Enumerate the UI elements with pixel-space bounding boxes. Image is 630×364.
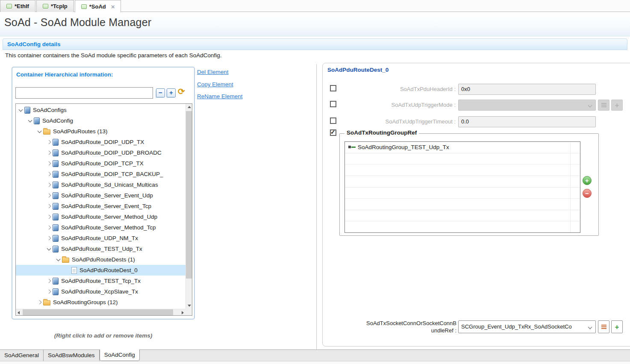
tree-item[interactable]: SoAdPduRoute_DOIP_TCP_TX — [16, 158, 185, 169]
tree-item-label: SoAdPduRoute_Server_Method_Udp — [61, 214, 159, 220]
remove-reference-button[interactable]: − — [583, 189, 592, 198]
chevron-collapsed-icon[interactable] — [46, 211, 53, 222]
tree-item-label: SoAdPduRoute_Server_Event_Udp — [61, 192, 155, 199]
tree-item-label: SoAdPduRoute_TEST_Udp_Tx — [61, 246, 144, 252]
folder-icon — [62, 258, 69, 263]
tree-item[interactable]: SoAdPduRoute_Server_Event_Udp — [16, 190, 185, 201]
routing-group-empty-row — [345, 199, 580, 210]
close-icon[interactable]: × — [111, 3, 115, 10]
horizontal-scrollbar[interactable] — [16, 309, 185, 315]
socket-conn-ref-label: SoAdTxSocketConnOrSocketConnBundleRef : — [365, 320, 456, 334]
routing-group-empty-row — [345, 153, 580, 165]
vertical-scrollbar[interactable] — [185, 104, 192, 309]
routing-group-empty-row — [345, 188, 580, 199]
chevron-collapsed-icon[interactable] — [46, 158, 53, 169]
chevron-expanded-icon[interactable] — [55, 254, 62, 265]
editor-tab-bar: *EthIf *TcpIp *SoAd × — [0, 0, 630, 12]
tree-item[interactable]: SoAdPduRoute_Server_Method_Tcp — [16, 222, 185, 233]
routing-group-legend: SoAdTxRoutingGroupRef — [344, 129, 419, 136]
plus-icon: + — [615, 102, 619, 109]
chevron-collapsed-icon[interactable] — [46, 179, 53, 190]
tree-item[interactable]: SoAdConfigs — [16, 105, 185, 115]
tree-item[interactable]: SoAdConfig — [16, 115, 185, 126]
tree-item[interactable]: SoAdPduRoute_DOIP_UDP_TX — [16, 137, 185, 147]
chevron-expanded-icon[interactable] — [36, 126, 43, 137]
detail-title: SoAdPduRouteDest_0 — [327, 67, 389, 73]
chevron-collapsed-icon[interactable] — [46, 233, 53, 244]
tree-item[interactable]: SoAdPduRoute_Server_Method_Udp — [16, 211, 185, 222]
tree-item[interactable]: SoAdPduRoute_DOIP_UDP_BROADC — [16, 147, 185, 158]
tree-item[interactable]: SoAdPduRouteDest_0 — [16, 265, 185, 276]
expand-all-button[interactable]: + — [167, 88, 176, 97]
tab-soad[interactable]: *SoAd × — [75, 0, 121, 12]
tree-item-label: SoAdConfig — [42, 117, 75, 124]
chevron-collapsed-icon[interactable] — [46, 137, 53, 147]
tab-label: *TcpIp — [51, 3, 68, 9]
module-icon — [53, 246, 59, 252]
udp-trigger-mode-checkbox[interactable] — [330, 101, 336, 107]
socket-conn-ref-add-button[interactable]: + — [611, 320, 623, 333]
chevron-expanded-icon[interactable] — [18, 105, 24, 115]
tab-soadbswmodules[interactable]: SoAdBswModules — [44, 350, 100, 361]
pdu-header-id-input[interactable]: 0x0 — [458, 84, 596, 95]
pdu-header-id-checkbox[interactable] — [330, 85, 336, 91]
add-reference-button[interactable]: + — [583, 176, 592, 185]
tree-item[interactable]: SoAdPduRoute_XcpSlave_Tx — [16, 286, 185, 297]
bottom-tab-bar: SoAdGeneral SoAdBswModules SoAdConfig — [0, 349, 630, 361]
scroll-down-icon[interactable] — [188, 305, 191, 307]
hierarchy-panel-title: Container Hierarchical information: — [16, 71, 113, 78]
tab-soadgeneral[interactable]: SoAdGeneral — [0, 350, 44, 361]
chevron-collapsed-icon[interactable] — [46, 276, 53, 286]
tree-item[interactable]: SoAdPduRoute_DOIP_TCP_BACKUP_ — [16, 169, 185, 179]
module-icon — [53, 171, 59, 178]
routing-group-ref-checkbox[interactable] — [330, 129, 336, 136]
rename-element-link[interactable]: ReName Element — [197, 93, 243, 100]
udp-trigger-timeout-checkbox[interactable] — [330, 117, 336, 124]
horizontal-scroll-thumb[interactable] — [23, 309, 173, 315]
scroll-right-icon[interactable] — [182, 311, 184, 314]
module-icon — [53, 203, 59, 210]
socket-conn-ref-list-button[interactable] — [598, 320, 609, 333]
chevron-collapsed-icon[interactable] — [46, 222, 53, 233]
tree-item[interactable]: SoAdPduRoutes (13) — [16, 126, 185, 137]
chevron-collapsed-icon[interactable] — [46, 147, 53, 158]
module-icon — [53, 278, 59, 285]
chevron-collapsed-icon[interactable] — [46, 201, 53, 211]
socket-conn-ref-select[interactable]: SCGroup_Event_Udp_TxRx_SoAdSocketCo — [458, 320, 596, 333]
tree-item[interactable]: SoAdRoutingGroups (12) — [16, 297, 185, 308]
scroll-left-icon[interactable] — [18, 311, 20, 314]
tab-tcpip[interactable]: *TcpIp — [36, 0, 74, 12]
tab-soadconfig[interactable]: SoAdConfig — [100, 349, 140, 361]
chevron-expanded-icon[interactable] — [27, 115, 34, 126]
routing-group-item[interactable]: SoAdRoutingGroup_TEST_Udp_Tx — [345, 142, 580, 153]
tree-item[interactable]: SoAdPduRouteDests (1) — [16, 254, 185, 265]
chevron-collapsed-icon[interactable] — [46, 286, 53, 297]
udp-trigger-mode-label: SoAdTxUdpTriggerMode : — [338, 102, 456, 108]
chevron-collapsed-icon[interactable] — [46, 190, 53, 201]
tree-item[interactable]: SoAdPduRoute_TEST_Tcp_Tx — [16, 276, 185, 286]
copy-element-link[interactable]: Copy Element — [197, 81, 233, 88]
tab-ethif[interactable]: *EthIf — [0, 0, 35, 12]
tree-item[interactable]: SoAdPduRoute_Server_Event_Tcp — [16, 201, 185, 211]
status-strip — [0, 361, 630, 364]
chevron-expanded-icon[interactable] — [46, 244, 53, 254]
chevron-collapsed-icon[interactable] — [36, 297, 43, 308]
chevron-collapsed-icon[interactable] — [46, 169, 53, 179]
del-element-link[interactable]: Del Element — [197, 69, 229, 75]
routing-group-item-label: SoAdRoutingGroup_TEST_Udp_Tx — [358, 144, 449, 150]
tree-item[interactable]: SoAdPduRoute_TEST_Udp_Tx — [16, 244, 185, 254]
collapse-all-button[interactable]: − — [156, 88, 165, 97]
tree-rows: SoAdConfigsSoAdConfigSoAdPduRoutes (13)S… — [16, 105, 185, 309]
tree-item[interactable]: SoAdPduRoute_UDP_NM_Tx — [16, 233, 185, 244]
tree-item-label: SoAdPduRoute_Sd_Unicast_Multicas — [61, 182, 160, 188]
vertical-scroll-thumb[interactable] — [186, 111, 192, 279]
udp-trigger-mode-select[interactable] — [458, 100, 596, 111]
refresh-icon[interactable]: ⟳ — [178, 86, 185, 97]
tree-item[interactable]: SoAdPduRoute_Sd_Unicast_Multicas — [16, 179, 185, 190]
tree-item-label: SoAdConfigs — [33, 107, 68, 113]
udp-trigger-timeout-input[interactable]: 0.0 — [458, 116, 596, 127]
chevron-down-icon — [588, 103, 592, 108]
page-header: SoAd - SoAd Module Manager — [0, 12, 630, 37]
tree-filter-input[interactable] — [15, 87, 153, 99]
scroll-up-icon[interactable] — [188, 106, 191, 108]
